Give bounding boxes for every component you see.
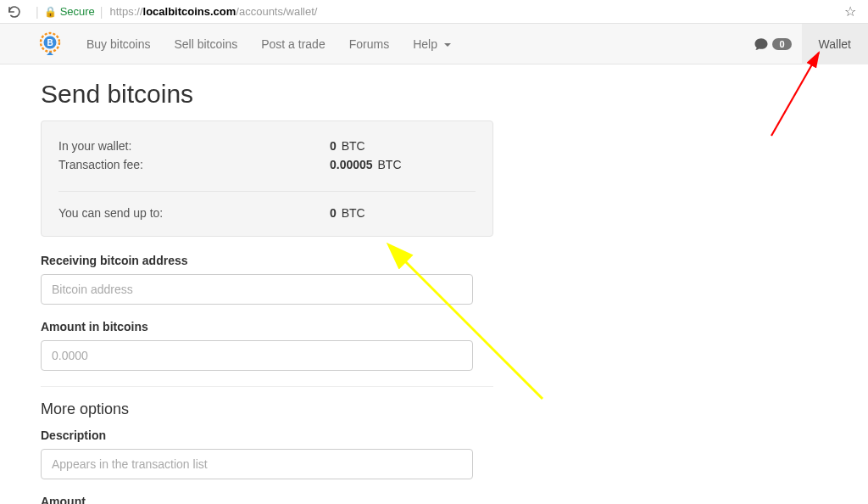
site-logo[interactable]: B <box>37 31 63 57</box>
browser-address-bar: | 🔒 Secure | https://localbitcoins.com/a… <box>0 0 868 24</box>
tx-fee-value: 0.00005 BTC <box>330 155 402 174</box>
nav-help[interactable]: Help <box>401 24 463 64</box>
in-wallet-value: 0 BTC <box>330 137 365 155</box>
amount-btc-label: Amount in bitcoins <box>41 320 493 333</box>
bookmark-star-icon[interactable]: ☆ <box>844 3 856 20</box>
amount-fiat-label: Amount <box>41 495 493 504</box>
reload-icon[interactable] <box>7 4 22 20</box>
secure-label: Secure <box>60 5 95 18</box>
more-options-heading: More options <box>41 400 493 418</box>
main-content: Send bitcoins In your wallet: 0 BTC Tran… <box>0 64 493 504</box>
tx-fee-label: Transaction fee: <box>58 155 330 174</box>
chevron-down-icon <box>444 43 451 47</box>
page-title: Send bitcoins <box>41 80 493 109</box>
in-wallet-label: In your wallet: <box>58 137 330 155</box>
svg-line-3 <box>771 53 819 136</box>
nav-wallet[interactable]: Wallet <box>802 24 868 64</box>
nav-sell-bitcoins[interactable]: Sell bitcoins <box>162 24 249 64</box>
description-input[interactable] <box>41 449 473 479</box>
wallet-summary: In your wallet: 0 BTC Transaction fee: 0… <box>41 120 493 237</box>
nav-buy-bitcoins[interactable]: Buy bitcoins <box>75 24 162 64</box>
nav-forums[interactable]: Forums <box>337 24 401 64</box>
description-label: Description <box>41 428 493 442</box>
svg-text:B: B <box>47 38 53 48</box>
navbar: B Buy bitcoins Sell bitcoins Post a trad… <box>0 24 868 64</box>
nav-post-trade[interactable]: Post a trade <box>249 24 337 64</box>
send-upto-value: 0 BTC <box>330 204 365 222</box>
receiving-address-label: Receiving bitcoin address <box>41 254 493 267</box>
lock-icon: 🔒 <box>44 6 57 18</box>
send-upto-label: You can send up to: <box>58 204 330 222</box>
chat-icon <box>754 36 769 52</box>
notifications[interactable]: 0 <box>743 36 801 52</box>
url-text[interactable]: https://localbitcoins.com/accounts/walle… <box>109 5 317 18</box>
amount-btc-input[interactable] <box>41 340 473 371</box>
notif-count: 0 <box>772 38 791 50</box>
receiving-address-input[interactable] <box>41 274 473 305</box>
